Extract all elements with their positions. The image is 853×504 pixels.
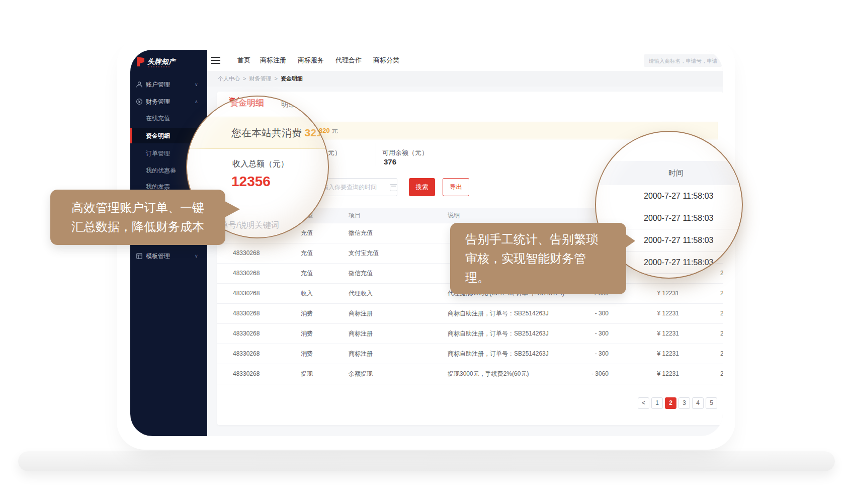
lens-income-label: 收入总额（元） <box>232 159 289 170</box>
cell-balance: ¥ 12231 <box>639 364 679 384</box>
template-icon <box>136 253 143 260</box>
finance-icon <box>136 98 143 105</box>
topnav-item[interactable]: 商标注册 <box>260 50 286 71</box>
cell-type: 充值 <box>301 223 341 243</box>
lens-time-text: 2000-7-27 11:58:03 <box>644 251 713 273</box>
page-button[interactable]: 5 <box>706 397 717 409</box>
chevron-down-icon: ∨ <box>195 77 198 92</box>
sidebar-item-label: 财务管理 <box>146 94 170 109</box>
page-button[interactable]: 3 <box>678 397 690 409</box>
tooltip-left: 高效管理账户订单、一键 汇总数据，降低财务成本 <box>50 190 225 245</box>
cell-amount: - 300 <box>544 323 609 344</box>
cell-project: 商标注册 <box>349 303 424 323</box>
cell-order: 48330268 <box>233 303 293 323</box>
cell-amount: - 3060 <box>544 364 609 384</box>
page: 头牌知产 账户管理 ∨ 财务管理 <box>0 0 853 504</box>
topnav-item[interactable]: 代理合作 <box>335 50 362 71</box>
tooltip-line: 审核，实现智能财务管 <box>465 249 626 268</box>
page-button[interactable]: 2 <box>665 397 676 409</box>
user-icon <box>136 81 143 88</box>
calendar-icon[interactable] <box>390 184 397 191</box>
breadcrumb-separator: > <box>243 75 246 81</box>
top-navbar: 首页商标注册商标服务代理合作商标分类 <box>207 50 723 71</box>
table-row: 48330268消费商标注册商标自助注册，订单号：SB2514263J- 300… <box>217 344 723 364</box>
brand-logo[interactable]: 头牌知产 <box>137 56 202 72</box>
sidebar-item-label: 模板管理 <box>146 248 170 264</box>
tooltip-arrow-icon <box>225 201 240 217</box>
logo-subtitle <box>148 66 170 67</box>
cell-type: 收入 <box>301 283 341 303</box>
cell-balance: ¥ 12231 <box>639 323 679 344</box>
stats-divider <box>376 143 376 165</box>
sidebar-subitem-label: 在线充值 <box>146 111 170 126</box>
chevron-up-icon: ∧ <box>195 94 198 109</box>
sidebar-item-template[interactable]: 模板管理 ∨ <box>130 248 207 264</box>
logo-mark-icon <box>137 57 144 66</box>
cell-order: 48330268 <box>233 344 293 364</box>
cell-project: 支付宝充值 <box>349 243 424 263</box>
cell-order: 48330268 <box>233 243 293 263</box>
lens-tab-active: 资金明细 <box>230 97 264 109</box>
tooltip-line: 理。 <box>465 268 626 287</box>
table-row: 48330268消费商标注册商标自助注册，订单号：SB2514263J- 300… <box>217 323 723 344</box>
cell-time: 2000-7-27 11:58:03 <box>720 323 723 344</box>
page-button[interactable]: 1 <box>651 397 663 409</box>
header-desc: 说明 <box>448 208 460 223</box>
page-button[interactable]: 4 <box>692 397 704 409</box>
cell-type: 充值 <box>301 263 341 283</box>
cell-project: 微信充值 <box>349 223 424 243</box>
lens-time-text: 2000-7-27 11:58:03 <box>644 185 713 207</box>
banner-unit: 元 <box>331 127 338 134</box>
topnav-item[interactable]: 商标分类 <box>373 50 399 71</box>
sidebar-subitem[interactable]: 在线充值 <box>130 111 207 126</box>
lens-banner-text: 您在本站共消费 32124 大 <box>231 126 329 140</box>
cell-order: 48330268 <box>233 263 293 283</box>
cell-time: 2000-7-27 11:58:03 <box>720 303 723 323</box>
tooltip-right: 告别手工统计、告别繁琐 审核，实现智能财务管 理。 <box>450 223 626 294</box>
cell-type: 充值 <box>301 243 341 263</box>
cell-order: 48330268 <box>233 323 293 344</box>
cell-balance: ¥ 12231 <box>639 283 679 303</box>
topnav-item[interactable]: 首页 <box>237 50 250 71</box>
cell-project: 商标注册 <box>349 344 424 364</box>
search-button[interactable]: 搜索 <box>409 178 435 196</box>
cell-type: 消费 <box>301 303 341 323</box>
lens-time-text: 2000-7-27 11:58:03 <box>644 207 713 229</box>
table-row: 48330268消费商标注册商标自助注册，订单号：SB2514263J- 300… <box>217 303 723 324</box>
table-row: 48330268提现余额提现提现3000元，手续费2%(60元)- 3060¥ … <box>217 364 723 384</box>
export-button[interactable]: 导出 <box>443 178 469 196</box>
cell-amount: - 300 <box>544 344 609 364</box>
cell-time: 2000-7-27 11:58:03 <box>720 263 723 283</box>
cell-project: 代理收入 <box>349 283 424 303</box>
cell-type: 消费 <box>301 344 341 364</box>
cell-type: 提现 <box>301 364 341 384</box>
tooltip-line: 汇总数据，降低财务成本 <box>71 217 225 236</box>
sidebar-item-account[interactable]: 账户管理 ∨ <box>130 77 207 92</box>
breadcrumb-item[interactable]: 财务管理 <box>249 75 271 81</box>
topnav-item[interactable]: 商标服务 <box>298 50 324 71</box>
sidebar-item-label: 账户管理 <box>146 77 170 92</box>
cell-type: 消费 <box>301 323 341 344</box>
hamburger-menu-icon[interactable] <box>211 60 220 61</box>
active-indicator <box>130 128 132 143</box>
tooltip-line: 告别手工统计、告别繁琐 <box>465 230 626 249</box>
sort-caret-icon[interactable]: ∨ <box>350 208 355 223</box>
cell-balance: ¥ 12231 <box>639 303 679 323</box>
cell-order: 48330268 <box>233 283 293 303</box>
lens-time-header: 时间 <box>596 161 742 185</box>
chevron-down-icon: ∨ <box>195 248 198 264</box>
breadcrumb-separator: > <box>274 75 277 81</box>
breadcrumb-item[interactable]: 个人中心 <box>218 75 240 81</box>
available-label: 可用余额（元） <box>382 148 428 157</box>
cell-project: 微信充值 <box>349 263 424 283</box>
laptop-base <box>18 451 835 471</box>
cell-amount: - 300 <box>544 303 609 323</box>
cell-time: 2000-7-27 11:58:03 <box>720 344 723 364</box>
lens-banner: 您在本站共消费 32124 大 <box>187 117 328 149</box>
sidebar-subitem-label: 订单管理 <box>146 146 170 161</box>
tooltip-arrow-icon <box>625 234 635 248</box>
trademark-search-input[interactable] <box>644 54 722 67</box>
tooltip-line: 高效管理账户订单、一键 <box>71 198 225 217</box>
sidebar-item-finance[interactable]: 财务管理 ∧ <box>130 94 207 109</box>
prev-page-button[interactable]: < <box>638 397 649 409</box>
